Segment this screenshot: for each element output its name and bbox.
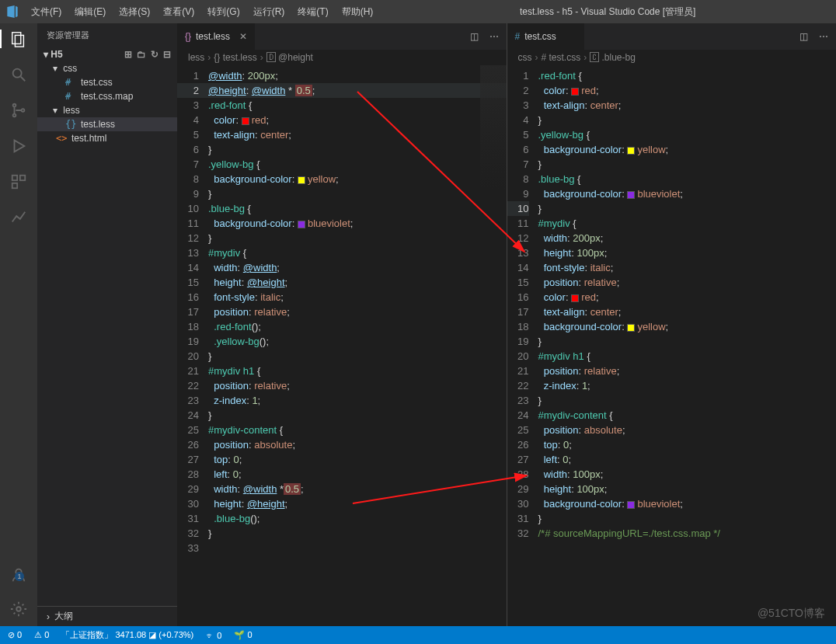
code-line[interactable]: z-index: 1; [208, 393, 353, 408]
breadcrumb-item[interactable]: less [188, 52, 204, 63]
code-line[interactable]: #mydiv-content { [538, 408, 720, 423]
code-line[interactable]: .blue-bg { [538, 172, 720, 186]
status-bean[interactable]: 🌱 0 [234, 630, 252, 640]
status-warnings[interactable]: ⚠ 0 [34, 630, 49, 640]
folder-row[interactable]: ▾ less [37, 103, 177, 117]
code-line[interactable]: @height: @width * 0.5; [208, 83, 353, 98]
code-line[interactable]: height: 100px; [538, 482, 720, 496]
code-line[interactable]: color: red; [538, 290, 720, 305]
settings-icon[interactable] [9, 600, 28, 618]
code-line[interactable]: font-style: italic; [538, 260, 720, 275]
code-line[interactable]: #mydiv { [538, 216, 720, 231]
code-line[interactable]: .yellow-bg { [538, 127, 720, 142]
code-line[interactable]: .blue-bg(); [208, 511, 353, 526]
refresh-icon[interactable]: ↻ [151, 49, 158, 60]
code-line[interactable]: background-color: yellow; [538, 142, 720, 157]
menu-item[interactable]: 选择(S) [113, 3, 156, 21]
explorer-icon[interactable] [9, 30, 28, 48]
file-row[interactable]: <>test.html [37, 131, 177, 145]
code-line[interactable]: .red-font { [538, 68, 720, 83]
code-line[interactable]: .yellow-bg { [208, 157, 353, 172]
breadcrumb-item[interactable]: css [518, 52, 532, 63]
tab-test-less[interactable]: {}test.less✕ [177, 23, 256, 50]
menu-item[interactable]: 终端(T) [291, 3, 334, 21]
menu-item[interactable]: 运行(R) [247, 3, 291, 21]
code-line[interactable]: position: relative; [208, 378, 353, 393]
code-line[interactable]: height: @height; [208, 275, 353, 290]
code-line[interactable]: text-align: center; [538, 305, 720, 319]
status-stock[interactable]: 「上证指数」 3471.08 ◪ (+0.73%) [61, 629, 193, 641]
code-line[interactable]: } [208, 408, 353, 423]
code-line[interactable]: } [538, 334, 720, 349]
code-line[interactable]: text-align: center; [208, 127, 353, 142]
code-line[interactable]: .red-font { [208, 98, 353, 113]
code-line[interactable]: z-index: 1; [538, 378, 720, 393]
search-icon[interactable] [9, 65, 28, 84]
split-editor-icon[interactable]: ◫ [470, 31, 479, 42]
code-line[interactable]: position: relative; [208, 305, 353, 319]
menu-item[interactable]: 转到(G) [201, 3, 246, 21]
code-line[interactable]: top: 0; [538, 437, 720, 452]
code-line[interactable]: left: 0; [208, 467, 353, 482]
code-line[interactable]: position: relative; [538, 364, 720, 378]
more-icon[interactable]: ⋯ [819, 31, 828, 42]
file-row[interactable]: #test.css [37, 75, 177, 89]
code-line[interactable]: } [538, 511, 720, 526]
code-line[interactable]: text-align: center; [538, 98, 720, 113]
file-row[interactable]: #test.css.map [37, 89, 177, 103]
code-line[interactable]: position: absolute; [208, 437, 353, 452]
outline-section[interactable]: ›大纲 [37, 606, 177, 626]
new-folder-icon[interactable]: 🗀 [137, 49, 146, 60]
breadcrumb-right[interactable]: css › # test.css › 🄲 .blue-bg [507, 50, 837, 65]
status-port[interactable]: ᯤ 0 [206, 631, 221, 640]
code-line[interactable]: #mydiv-content { [208, 423, 353, 437]
code-line[interactable]: } [538, 157, 720, 172]
code-line[interactable]: color: red; [208, 113, 353, 127]
code-line[interactable]: #mydiv h1 { [208, 364, 353, 378]
close-icon[interactable]: ✕ [239, 31, 247, 42]
source-control-icon[interactable] [9, 101, 28, 120]
code-line[interactable]: background-color: blueviolet; [538, 186, 720, 201]
code-line[interactable]: } [208, 186, 353, 201]
code-line[interactable]: position: relative; [538, 275, 720, 290]
code-line[interactable]: width: 100px; [538, 467, 720, 482]
collapse-icon[interactable]: ⊟ [163, 49, 171, 60]
breadcrumb-left[interactable]: less › {} test.less › 🄳 @height [177, 50, 507, 65]
code-line[interactable]: background-color: yellow; [538, 319, 720, 334]
run-debug-icon[interactable] [9, 137, 28, 155]
menu-item[interactable]: 帮助(H) [336, 3, 380, 21]
menu-item[interactable]: 编辑(E) [68, 3, 112, 21]
code-line[interactable]: /*# sourceMappingURL=./test.css.map */ [538, 526, 720, 541]
breadcrumb-item[interactable]: # test.css [542, 52, 581, 63]
code-line[interactable]: width: @width *0.5; [208, 482, 353, 496]
code-line[interactable]: .blue-bg { [208, 201, 353, 216]
minimap[interactable] [480, 65, 507, 190]
workspace-root[interactable]: ▾ H5 ⊞ 🗀 ↻ ⊟ [37, 47, 177, 61]
code-line[interactable]: height: 100px; [538, 245, 720, 260]
status-errors[interactable]: ⊘ 0 [8, 630, 22, 640]
code-line[interactable]: } [208, 349, 353, 364]
code-line[interactable]: width: 200px; [538, 231, 720, 245]
code-line[interactable]: } [538, 113, 720, 127]
code-line[interactable]: } [208, 526, 353, 541]
code-line[interactable]: } [208, 142, 353, 157]
code-area-left[interactable]: 1234567891011121314151617181920212223242… [177, 65, 507, 626]
code-line[interactable]: position: absolute; [538, 423, 720, 437]
code-line[interactable]: .red-font(); [208, 319, 353, 334]
code-line[interactable]: height: @height; [208, 496, 353, 511]
code-line[interactable]: background-color: blueviolet; [208, 216, 353, 231]
split-editor-icon[interactable]: ◫ [799, 31, 808, 42]
code-line[interactable]: } [538, 393, 720, 408]
code-line[interactable]: background-color: yellow; [208, 172, 353, 186]
new-file-icon[interactable]: ⊞ [124, 49, 132, 60]
code-line[interactable]: .yellow-bg(); [208, 334, 353, 349]
code-line[interactable]: #mydiv { [208, 245, 353, 260]
file-row[interactable]: {}test.less [37, 117, 177, 131]
folder-row[interactable]: ▾ css [37, 61, 177, 75]
menu-item[interactable]: 查看(V) [157, 3, 200, 21]
more-icon[interactable]: ⋯ [489, 31, 499, 42]
code-line[interactable]: } [208, 231, 353, 245]
menu-item[interactable]: 文件(F) [25, 3, 68, 21]
breadcrumb-item[interactable]: {} test.less [214, 52, 256, 63]
graph-icon[interactable] [9, 208, 28, 227]
